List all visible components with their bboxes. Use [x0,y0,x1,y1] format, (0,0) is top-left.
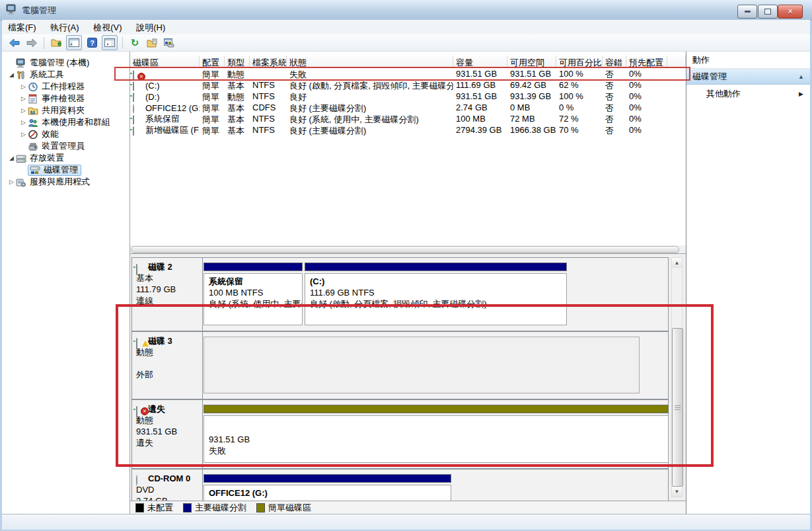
table-cell[interactable]: 簡單 [200,79,225,91]
actions-section-disk-management[interactable]: 磁碟管理 ▲ [686,69,810,85]
table-cell[interactable]: 0% [626,68,667,79]
column-header-type[interactable]: 類型 [225,56,250,68]
show-console-tree-button[interactable] [66,35,82,50]
tree-item-services-applications[interactable]: ▷ 服務與應用程式 [2,176,129,188]
tree-item-performance[interactable]: ▷ 效能 [2,128,129,140]
forward-button[interactable] [24,36,39,50]
tree-item-computer-management-root[interactable]: 電腦管理 (本機) [2,57,129,69]
tree-item-storage[interactable]: ◢ 存放裝置 [2,152,129,164]
minimize-button[interactable] [737,5,757,19]
table-cell[interactable] [250,68,287,79]
table-cell[interactable]: 2.74 GB [453,102,507,113]
partition-c-drive[interactable]: (C:) 111.69 GB NTFS 良好 (啟動, 分頁檔案, 損毀傾印, … [305,263,567,325]
disk-row-cdrom0[interactable]: CD-ROM 0 DVD 2.74 GB OFFICE12 (G:) 2.74 … [131,469,669,501]
column-header-free-space[interactable]: 可用空間 [507,56,556,68]
table-cell[interactable]: 良好 (系統, 使用中, 主要磁碟分割) [287,113,453,124]
table-cell[interactable]: 基本 [225,113,250,124]
show-action-pane-button[interactable] [102,35,118,50]
table-cell[interactable]: 否 [603,124,626,136]
collapsed-arrow-icon[interactable]: ▷ [7,179,16,185]
partition-office12[interactable]: OFFICE12 (G:) 2.74 GB CDFS [203,474,451,501]
table-cell[interactable]: 100 % [556,91,603,102]
collapsed-arrow-icon[interactable]: ▷ [19,83,28,90]
horizontal-scrollbar[interactable] [130,245,686,253]
menu-action[interactable]: 執行(A) [44,20,85,34]
table-cell[interactable]: 100 MB [453,113,507,124]
help-button[interactable]: ? [85,36,99,50]
table-cell[interactable]: 72 MB [507,113,556,124]
column-header-overhead[interactable]: 預先配置 [626,56,667,68]
table-cell[interactable]: 0% [626,113,667,124]
disk3-label[interactable]: 磁碟 3 動態 外部 [132,332,203,399]
disk-row-disk2[interactable]: 磁碟 2 基本 111.79 GB 連線 系統保留 100 MB NTFS 良好… [131,257,669,331]
tree-item-system-tools[interactable]: ◢ 系統工具 [2,69,129,81]
table-cell[interactable]: 簡單 [200,68,225,79]
column-header-percent-free[interactable]: 可用百分比 [556,56,603,68]
table-cell[interactable]: 基本 [225,102,250,113]
table-cell[interactable]: NTFS [250,91,287,102]
collapse-arrow-icon[interactable]: ▲ [798,73,804,80]
collapsed-arrow-icon[interactable]: ▷ [19,95,28,102]
table-cell[interactable]: 否 [603,79,626,91]
partition-system-reserved[interactable]: 系統保留 100 MB NTFS 良好 (系統, 使用中, 主要磁 [203,263,303,325]
table-cell[interactable]: 否 [603,113,626,124]
more-actions-item[interactable]: 其他動作 ▶ [686,85,810,103]
menu-file[interactable]: 檔案(F) [2,20,42,34]
collapsed-arrow-icon[interactable]: ▷ [19,131,28,138]
table-row-volume-cell[interactable]: 新增磁碟區 (F:) [130,124,200,136]
properties-button[interactable] [145,36,159,50]
table-cell[interactable]: 1966.38 GB [507,124,556,136]
cdrom0-label[interactable]: CD-ROM 0 DVD 2.74 GB [132,470,203,501]
column-header-fault-tolerance[interactable]: 容錯 [603,56,626,68]
expanded-arrow-icon[interactable]: ◢ [7,155,16,161]
table-cell[interactable]: 簡單 [200,91,225,102]
table-cell[interactable]: 簡單 [200,113,225,124]
refresh-button[interactable]: ↻ [128,36,142,50]
collapsed-arrow-icon[interactable]: ▷ [19,107,28,114]
horizontal-scrollbar-thumb[interactable] [131,246,679,253]
missing-disk-label[interactable]: ✕遺失 動態 931.51 GB 遺失 [132,400,203,468]
table-cell[interactable]: 931.51 GB [453,68,507,79]
table-cell[interactable]: 否 [603,91,626,102]
tree-item-shared-folders[interactable]: ▷ 共用資料夾 [2,104,129,116]
table-cell[interactable]: 簡單 [200,102,225,113]
table-cell[interactable]: 0 % [556,102,603,113]
expanded-arrow-icon[interactable]: ◢ [7,71,16,78]
table-cell[interactable]: NTFS [250,113,287,124]
table-cell[interactable]: 69.42 GB [507,79,556,91]
close-button[interactable]: ✕ [778,5,803,19]
column-header-volume[interactable]: 磁碟區 [130,56,200,68]
tree-item-event-viewer[interactable]: ▷ 事件檢視器 [2,93,129,104]
disk-row-disk3[interactable]: 磁碟 3 動態 外部 [131,331,669,399]
table-row-volume-cell[interactable]: (D:) [130,91,200,102]
table-cell[interactable]: 0% [626,79,667,91]
table-cell[interactable]: 簡單 [200,124,225,136]
column-header-status[interactable]: 狀態 [287,56,453,68]
table-cell[interactable]: 100 % [556,68,603,79]
table-cell[interactable]: 2794.39 GB [453,124,507,136]
tree-item-local-users-groups[interactable]: ▷ 本機使用者和群組 [2,116,129,128]
table-cell[interactable]: 良好 (啟動, 分頁檔案, 損毀傾印, 主要磁碟分割) [287,79,453,91]
table-cell[interactable]: 基本 [225,79,250,91]
table-cell[interactable]: 0 MB [507,102,556,113]
collapsed-arrow-icon[interactable]: ▷ [19,119,28,126]
back-button[interactable] [7,36,22,50]
table-cell[interactable]: 111.69 GB [453,79,507,91]
vertical-scrollbar-thumb[interactable] [672,328,683,487]
column-header-layout[interactable]: 配置 [200,56,225,68]
scroll-up-arrow-icon[interactable]: ▲ [672,258,682,268]
table-cell[interactable]: 否 [603,102,626,113]
table-cell[interactable]: 失敗 [287,68,453,79]
tree-item-device-manager[interactable]: 裝置管理員 [2,140,129,152]
table-cell[interactable]: NTFS [250,79,287,91]
table-cell[interactable]: 931.51 GB [453,91,507,102]
disk2-label[interactable]: 磁碟 2 基本 111.79 GB 連線 [132,258,203,331]
table-cell[interactable]: 70 % [556,124,603,136]
table-cell[interactable]: 62 % [556,79,603,91]
table-cell[interactable]: 0% [626,91,667,102]
table-cell[interactable]: 動態 [225,91,250,102]
table-cell[interactable]: 良好 (主要磁碟分割) [287,124,453,136]
table-cell[interactable]: 動態 [225,68,250,79]
table-cell[interactable]: 0% [626,124,667,136]
vertical-scrollbar[interactable]: ▲ ▼ [671,257,683,497]
